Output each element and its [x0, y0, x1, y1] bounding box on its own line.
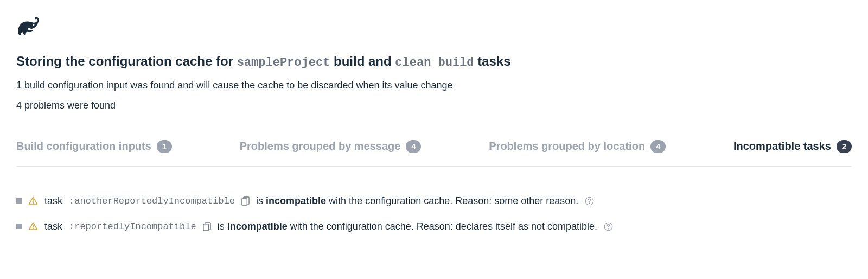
task-list: task :anotherReportedlyIncompatible is i… — [16, 194, 852, 234]
tab-badge: 1 — [157, 140, 172, 153]
task-description: is incompatible with the configuration c… — [218, 219, 597, 234]
page-title: Storing the configuration cache for samp… — [16, 52, 852, 72]
svg-rect-7 — [203, 224, 208, 231]
project-name: sampleProject — [237, 56, 330, 69]
task-type-label: task — [44, 194, 62, 208]
svg-point-9 — [608, 229, 609, 229]
tab-badge: 2 — [837, 140, 852, 153]
svg-point-1 — [33, 203, 34, 204]
task-path: :anotherReportedlyIncompatible — [69, 194, 235, 208]
svg-point-4 — [589, 203, 590, 204]
subtitle-problems: 4 problems were found — [16, 98, 852, 113]
copy-icon[interactable] — [241, 196, 250, 206]
task-row: task :anotherReportedlyIncompatible is i… — [16, 194, 852, 208]
svg-point-6 — [33, 229, 34, 229]
warning-icon — [28, 196, 38, 206]
task-path: :reportedlyIncompatible — [69, 220, 196, 234]
bullet-icon — [16, 224, 22, 229]
gradle-logo — [16, 16, 852, 39]
subtitle-inputs: 1 build configuration input was found an… — [16, 78, 852, 93]
tab-label: Problems grouped by location — [489, 140, 645, 153]
tab-incompatible-tasks[interactable]: Incompatible tasks 2 — [733, 140, 852, 153]
tab-badge: 4 — [406, 140, 421, 153]
tab-badge: 4 — [650, 140, 666, 153]
help-icon[interactable] — [585, 196, 594, 206]
tab-problems-by-location[interactable]: Problems grouped by location 4 — [489, 140, 666, 153]
bullet-icon — [16, 198, 22, 204]
warning-icon — [28, 221, 38, 231]
task-description: is incompatible with the configuration c… — [256, 194, 578, 208]
help-icon[interactable] — [604, 222, 613, 231]
tab-label: Problems grouped by message — [240, 140, 401, 153]
tasks-name: clean build — [395, 56, 474, 69]
tab-problems-by-message[interactable]: Problems grouped by message 4 — [240, 140, 422, 153]
task-row: task :reportedlyIncompatible is incompat… — [16, 219, 852, 234]
tabs-container: Build configuration inputs 1 Problems gr… — [16, 140, 852, 167]
task-type-label: task — [44, 219, 62, 234]
svg-rect-2 — [242, 199, 247, 205]
copy-icon[interactable] — [203, 222, 211, 231]
tab-build-configuration-inputs[interactable]: Build configuration inputs 1 — [16, 140, 172, 153]
tab-label: Build configuration inputs — [16, 140, 151, 153]
tab-label: Incompatible tasks — [733, 140, 831, 153]
